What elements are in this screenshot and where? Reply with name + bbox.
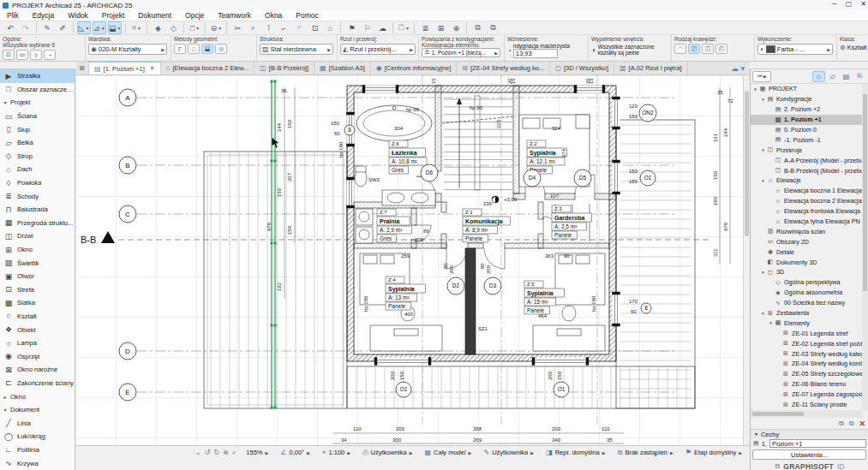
zoom-level-control[interactable]: 155%▶ [242,449,272,456]
tree-item[interactable]: ▥Rozwinięcia ścian [751,226,863,236]
navigator-tab-project-map[interactable]: ⌂ [812,71,825,82]
tool-opening[interactable]: ▣Otwór [0,270,75,283]
tree-item[interactable]: ⌂Elewacja tylna Elewacja PN (Model - [751,217,863,227]
tree-expander-icon[interactable]: ▾ [760,270,766,275]
floor-plan-canvas[interactable]: ABCDE [75,75,743,445]
tab-1-poziom-+1[interactable]: ▤[1. Poziom +1]✕ [89,62,161,74]
menu-edycja[interactable]: Edycja [26,10,62,21]
tool-wall-end[interactable]: ⊏Zakończenie ściany [0,377,75,390]
properties-section-header[interactable]: ▼ Cechy [751,429,868,438]
paint-bucket-icon[interactable]: ◊ [30,50,42,60]
tree-item[interactable]: ▾▦PROJEKT [751,84,863,94]
tree-expander-icon[interactable]: ▾ [760,97,766,102]
statusbar-nav-icon[interactable]: ⊕ [223,449,229,456]
tool-zone[interactable]: ⊡Strefa [0,283,75,297]
tool-corner-window[interactable]: ⊠Okno narożne [0,363,75,377]
tool-stair[interactable]: ≣Schody [0,189,75,203]
partial-structure-control[interactable]: ◨Repr. domyślna▶ [542,449,609,456]
link-button[interactable]: ⧉ [470,21,484,34]
navigator-tab-view-map[interactable]: ▱ [826,71,839,82]
geometry-extruded-button[interactable]: ⬓ [201,44,213,54]
tool-line[interactable]: ╱Linia [0,416,75,430]
story-select[interactable]: ≙ 1. Poziom +1 (bieżą... ▶ [422,48,500,57]
tree-item[interactable]: ◧Dokumenty 3D [751,257,863,267]
edge-type-sharp-button[interactable]: ◠ [674,44,686,54]
stories-button[interactable]: ≣ [418,21,432,34]
gravity-dropdown[interactable]: ▼ [101,26,105,31]
edge-type-hidden-button[interactable]: ◫ [702,44,714,54]
tree-expander-icon[interactable]: ▾ [760,178,766,183]
editing-plane-button[interactable]: ⬓▼ [108,21,122,34]
statusbar-nav-icon[interactable]: ↺ [205,449,211,456]
tool-wall[interactable]: ▭Ściana [0,110,75,123]
tree-item[interactable]: ∿00 Ścieżka bez nazwy [751,298,863,308]
adjust-button[interactable]: ⊺ [261,21,275,34]
tree-item[interactable]: ▤1. Poziom +1 [751,115,863,125]
tab-szablon-a3[interactable]: ▦[Szablon A3] [314,62,371,74]
menu-plik[interactable]: Plik [0,10,26,21]
tab-3d-/-wszystko[interactable]: ◻[3D / Wszystko] [550,62,614,74]
tool-shell[interactable]: ◊Powłoka [0,176,75,190]
morph-default-button[interactable]: ◔ [44,50,56,60]
fillet-button[interactable]: ◜ [292,21,306,34]
washer-dryer[interactable] [356,209,373,243]
navigator-tab-publisher[interactable]: ⎘ [853,71,866,82]
flag-alt-button[interactable]: ⚐ [360,21,374,34]
graphisoft-id[interactable]: ⧉ GRAPHISOFT ID [751,461,868,470]
new-viewpoint-icon[interactable]: ⧉ [839,419,844,428]
tool-column[interactable]: ▯Słup [0,122,75,136]
favorites-button[interactable]: ▭ [16,50,28,60]
tree-expander-icon[interactable]: ▾ [760,147,766,152]
link-alt-button[interactable]: ⧉ [486,21,500,34]
tree-item[interactable]: ▤-1. Poziom -1 [751,134,863,145]
tree-item[interactable]: ▾⊞Zestawienia [751,308,863,318]
tree-expander-icon[interactable]: ▾ [760,311,766,316]
bathtub[interactable] [356,105,432,141]
tool-equipment[interactable]: ◉Osprzęt [0,349,75,363]
suspend-groups-button[interactable]: ◈ [151,21,165,34]
geometry-revolved-button[interactable]: ◎ [215,44,227,54]
tree-item[interactable]: ⌂Elewacja boczna 2 Elewacja Z (Mode [751,196,863,206]
tool-door[interactable]: ◫Drzwi [0,229,75,243]
tab-a02-rzut-i-piętra[interactable]: ▥[A.02 Rzut I piętra] [614,62,688,74]
statusbar-nav-icon[interactable]: ⌄ [195,449,201,456]
menu-pomoc[interactable]: Pomoc [289,10,325,21]
tab-ze-04-strefy-według-ko[interactable]: ⊞[ZE-04 Strefy według ko... [457,62,550,74]
camera-dropdown[interactable]: ▼ [405,26,410,31]
tab-elewacja-boczna-2-elew[interactable]: ⌂[Elewacja boczna 2 Elew... [161,62,255,74]
inject-parameters-button[interactable]: ✐ [56,21,69,34]
menu-projekt[interactable]: Projekt [95,10,131,21]
tree-item[interactable]: ▤2. Poziom +2 [751,104,863,115]
statusbar-nav-icon[interactable]: ↻ [213,449,219,456]
tree-item[interactable]: ⊞ZE-05 Strefy szczegółowe [751,369,863,379]
snap-grid-dropdown[interactable]: ▼ [137,26,141,31]
tree-vertical-scrollbar[interactable] [862,84,868,410]
flag-button[interactable]: ⚑ [344,21,358,34]
elevation-input[interactable]: 13,93 [513,49,558,58]
tree-item[interactable]: ⊞ZE-01 Legenda stref [751,328,863,338]
undo-button[interactable]: ↶ [3,21,17,34]
tree-item[interactable]: ⊞ZE-04 Strefy według kondygnacji [751,359,863,369]
find-select-button[interactable]: ⌕ [246,21,260,34]
tree-item[interactable]: ▾◫Przekroje [751,145,863,155]
graphic-override-control[interactable]: ⧉Brak zastąpień▶ [614,449,677,457]
menu-teamwork[interactable]: Teamwork [211,10,258,21]
finish-select[interactable]: ◐ Farba - ... ▶ [757,44,833,55]
toilet[interactable] [355,166,367,187]
view-display-select[interactable]: ◭ Rzut i przekrój... ▶ [340,44,416,55]
cloud-sync-icon[interactable]: ☁ ▾ [726,62,750,74]
story-name-input[interactable]: Poziom +1 [769,439,866,448]
structure-display-control[interactable]: ▦Cały model▶ [422,449,476,456]
tab-b-b-przekrój[interactable]: ◫[B-B Przekrój] [254,62,314,74]
trim-button[interactable]: ✂ [230,21,244,34]
structure-select[interactable]: ▨ Stal nierdzewna ▶ [260,44,333,55]
cloud-button[interactable]: ☁ [375,21,389,34]
camera-button[interactable]: ⏍▼ [397,21,410,34]
orientation-control[interactable]: ∠0,00°▶ [277,449,314,456]
edge-type-custom-button[interactable]: ◰ [715,44,727,54]
tree-horizontal-scrollbar[interactable] [751,410,863,418]
tree-item[interactable]: ⊞ZE-07 Legenda zagospodarowani [751,390,863,400]
tool-spline[interactable]: ∿Krzywa [0,456,75,470]
tool-curtain-wall[interactable]: ▦Przegroda struktu... [0,217,75,230]
intersect-button[interactable]: ⌐ [277,21,290,34]
